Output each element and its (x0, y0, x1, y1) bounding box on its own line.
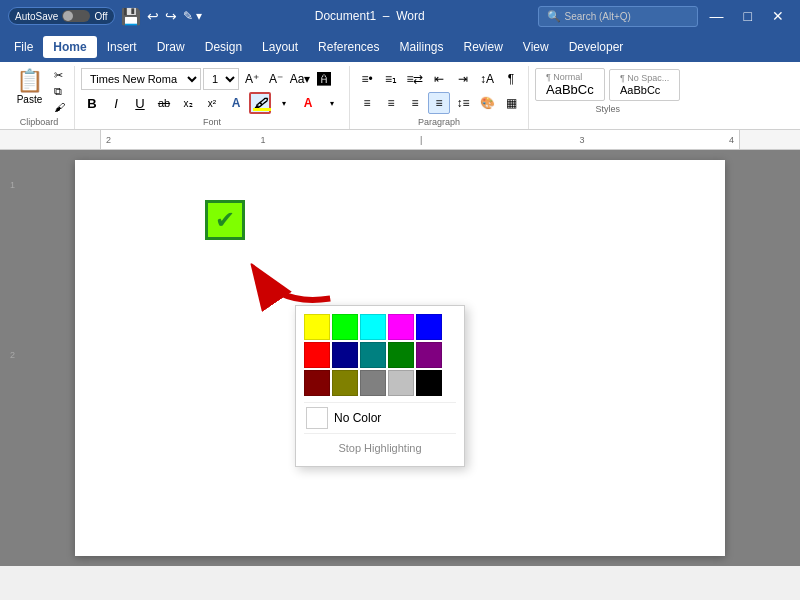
styles-label: Styles (535, 104, 680, 114)
ribbon: 📋 Paste ✂ ⧉ 🖌 Clipboard Times New Roma 1… (0, 62, 800, 130)
para-row2: ≡ ≡ ≡ ≡ ↕≡ 🎨 ▦ (356, 92, 522, 114)
shading-button[interactable]: 🎨 (476, 92, 498, 114)
highlight-color-button[interactable]: 🖊 (249, 92, 271, 114)
left-margin-1: 1 (10, 180, 15, 190)
menu-home[interactable]: Home (43, 36, 96, 58)
bold-button[interactable]: B (81, 92, 103, 114)
color-dark-red[interactable] (304, 370, 330, 396)
show-marks-button[interactable]: ¶ (500, 68, 522, 90)
clipboard-top: 📋 Paste ✂ ⧉ 🖌 (10, 68, 68, 116)
styles-group: ¶ Normal AaBbCc ¶ No Spac... AaBbCc Styl… (529, 66, 686, 129)
color-picker-dropdown: No Color Stop Highlighting (295, 305, 465, 467)
paste-icon: 📋 (16, 70, 43, 92)
menu-file[interactable]: File (4, 36, 43, 58)
menu-review[interactable]: Review (454, 36, 513, 58)
close-button[interactable]: ✕ (764, 8, 792, 24)
line-spacing-button[interactable]: ↕≡ (452, 92, 474, 114)
borders-button[interactable]: ▦ (500, 92, 522, 114)
search-box[interactable]: 🔍 Search (Alt+Q) (538, 6, 698, 27)
align-center-button[interactable]: ≡ (380, 92, 402, 114)
cut-button[interactable]: ✂ (51, 68, 68, 83)
styles-cards: ¶ Normal AaBbCc ¶ No Spac... AaBbCc (535, 68, 680, 101)
color-light-gray[interactable] (388, 370, 414, 396)
underline-button[interactable]: U (129, 92, 151, 114)
menu-layout[interactable]: Layout (252, 36, 308, 58)
color-red[interactable] (304, 342, 330, 368)
justify-button[interactable]: ≡ (428, 92, 450, 114)
more-icon[interactable]: ✎ ▾ (183, 9, 202, 23)
paste-button[interactable]: 📋 Paste (10, 68, 49, 116)
increase-indent-button[interactable]: ⇥ (452, 68, 474, 90)
menu-view[interactable]: View (513, 36, 559, 58)
font-size-increase-button[interactable]: A⁺ (241, 68, 263, 90)
text-effects-button[interactable]: A (225, 92, 247, 114)
strikethrough-button[interactable]: ab (153, 92, 175, 114)
ribbon-sections: 📋 Paste ✂ ⧉ 🖌 Clipboard Times New Roma 1… (4, 66, 796, 129)
style-normal-card[interactable]: ¶ Normal AaBbCc (535, 68, 605, 101)
color-dark-blue[interactable] (332, 342, 358, 368)
change-case-button[interactable]: Aa▾ (289, 68, 311, 90)
font-group: Times New Roma 13 A⁺ A⁻ Aa▾ 🅰 B I U ab x… (75, 66, 350, 129)
menu-insert[interactable]: Insert (97, 36, 147, 58)
font-size-decrease-button[interactable]: A⁻ (265, 68, 287, 90)
bullets-button[interactable]: ≡• (356, 68, 378, 90)
color-magenta[interactable] (388, 314, 414, 340)
undo-icon[interactable]: ↩ (147, 8, 159, 24)
sort-button[interactable]: ↕A (476, 68, 498, 90)
menu-developer[interactable]: Developer (559, 36, 634, 58)
minimize-button[interactable]: — (702, 8, 732, 24)
style-normal-name: AaBbCc (546, 82, 594, 97)
left-margin-2: 2 (10, 350, 15, 360)
menu-draw[interactable]: Draw (147, 36, 195, 58)
superscript-button[interactable]: x² (201, 92, 223, 114)
color-black[interactable] (416, 370, 442, 396)
numbering-button[interactable]: ≡₁ (380, 68, 402, 90)
font-color-dropdown[interactable]: ▾ (321, 92, 343, 114)
copy-button[interactable]: ⧉ (51, 84, 68, 99)
color-olive[interactable] (332, 370, 358, 396)
align-right-button[interactable]: ≡ (404, 92, 426, 114)
color-grid (304, 314, 456, 396)
subscript-button[interactable]: x₂ (177, 92, 199, 114)
menu-design[interactable]: Design (195, 36, 252, 58)
stop-highlighting-option[interactable]: Stop Highlighting (304, 438, 456, 458)
title-bar-right: 🔍 Search (Alt+Q) — □ ✕ (538, 6, 792, 27)
multilevel-list-button[interactable]: ≡⇄ (404, 68, 426, 90)
highlight-color-dropdown[interactable]: ▾ (273, 92, 295, 114)
color-yellow[interactable] (304, 314, 330, 340)
autosave-pill[interactable] (62, 10, 90, 22)
autosave-toggle[interactable]: AutoSave Off (8, 7, 115, 25)
format-painter-button[interactable]: 🖌 (51, 100, 68, 114)
clear-formatting-button[interactable]: 🅰 (313, 68, 335, 90)
italic-button[interactable]: I (105, 92, 127, 114)
color-purple[interactable] (416, 342, 442, 368)
font-color-button[interactable]: A (297, 92, 319, 114)
menu-references[interactable]: References (308, 36, 389, 58)
color-green[interactable] (388, 342, 414, 368)
color-teal[interactable] (360, 342, 386, 368)
clipboard-label: Clipboard (10, 117, 68, 127)
color-cyan[interactable] (360, 314, 386, 340)
font-size-select[interactable]: 13 (203, 68, 239, 90)
autosave-state: Off (94, 11, 107, 22)
redo-icon[interactable]: ↪ (165, 8, 177, 24)
title-bar: AutoSave Off 💾 ↩ ↪ ✎ ▾ Document1 – Word … (0, 0, 800, 32)
paragraph-group: ≡• ≡₁ ≡⇄ ⇤ ⇥ ↕A ¶ ≡ ≡ ≡ ≡ ↕≡ 🎨 ▦ Paragra… (350, 66, 529, 129)
no-color-option[interactable]: No Color (304, 402, 456, 434)
ruler: 2 1 | 3 4 (0, 130, 800, 150)
color-blue[interactable] (416, 314, 442, 340)
color-dark-gray[interactable] (360, 370, 386, 396)
save-icon[interactable]: 💾 (121, 7, 141, 26)
style-nospace-card[interactable]: ¶ No Spac... AaBbCc (609, 69, 680, 101)
font-name-select[interactable]: Times New Roma (81, 68, 201, 90)
maximize-button[interactable]: □ (736, 8, 760, 24)
doc-area: 1 2 ✔ (0, 150, 800, 566)
color-bright-green[interactable] (332, 314, 358, 340)
clipboard-small-buttons: ✂ ⧉ 🖌 (51, 68, 68, 116)
decrease-indent-button[interactable]: ⇤ (428, 68, 450, 90)
font-row1: Times New Roma 13 A⁺ A⁻ Aa▾ 🅰 (81, 68, 343, 90)
align-left-button[interactable]: ≡ (356, 92, 378, 114)
menu-mailings[interactable]: Mailings (389, 36, 453, 58)
document-checkbox: ✔ (205, 200, 245, 240)
para-row1: ≡• ≡₁ ≡⇄ ⇤ ⇥ ↕A ¶ (356, 68, 522, 90)
